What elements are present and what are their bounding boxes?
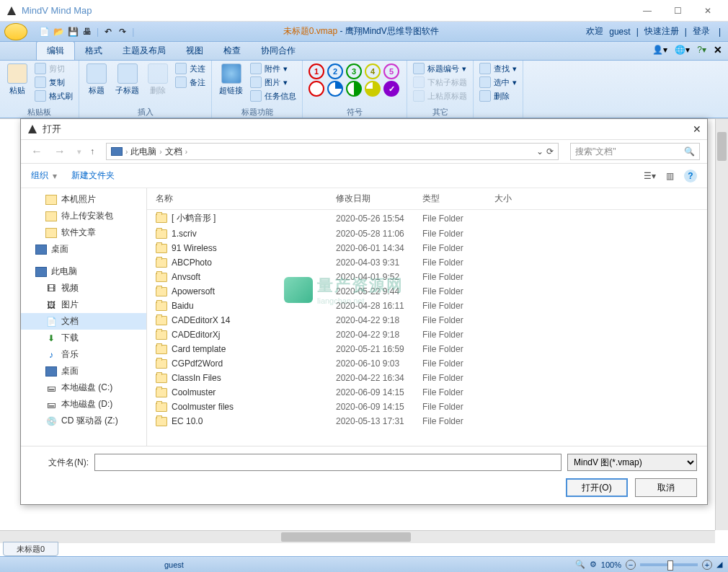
search-icon[interactable]: 🔍 [684, 146, 695, 157]
filename-input[interactable] [94, 454, 561, 471]
redo-icon[interactable]: ↷ [116, 25, 129, 38]
tree-item[interactable]: 🎞视频 [21, 280, 146, 296]
tree-item[interactable]: 🖴本地磁盘 (C:) [21, 379, 146, 396]
app-menu-button[interactable] [4, 23, 27, 40]
delete-button[interactable]: 删除 [145, 62, 171, 97]
register-link[interactable]: 快速注册 [644, 25, 679, 38]
list-item[interactable]: ABCPhoto2020-04-03 9:31File Folder [147, 255, 707, 270]
select-button[interactable]: 选中▾ [478, 76, 518, 89]
format-painter-button[interactable]: 格式刷 [33, 89, 74, 102]
tree-item[interactable]: ♪音乐 [21, 346, 146, 363]
folder-tree[interactable]: 本机照片 待上传安装包 软件文章 桌面 此电脑 🎞视频 🖼图片 📄文档 ⬇下载 … [21, 188, 147, 446]
tab-view[interactable]: 视图 [176, 42, 213, 60]
document-tab[interactable]: 未标题0 [3, 542, 58, 556]
tree-item-documents[interactable]: 📄文档 [21, 313, 146, 330]
globe-dropdown-icon[interactable]: 🌐▾ [675, 45, 690, 55]
tree-item[interactable]: 软件文章 [21, 224, 146, 241]
tree-item[interactable]: 🖼图片 [21, 296, 146, 313]
subtopic-button[interactable]: 子标题 [112, 62, 142, 97]
list-item[interactable]: Coolmuster files2020-06-09 14:15File Fol… [147, 400, 707, 414]
hyperlink-button[interactable]: 超链接 [216, 62, 246, 97]
tab-collab[interactable]: 协同合作 [251, 42, 306, 60]
search-input[interactable]: 搜索"文档" 🔍 [570, 143, 700, 160]
zoom-slider[interactable] [640, 563, 698, 566]
list-item[interactable]: Baidu2020-04-28 16:11File Folder [147, 299, 707, 313]
list-item[interactable]: CADEditorXj2020-04-22 9:18File Folder [147, 327, 707, 342]
list-item[interactable]: Anvsoft2020-04-01 9:52File Folder [147, 270, 707, 284]
image-button[interactable]: 图片▾ [249, 76, 298, 89]
list-item[interactable]: [ 小鹤音形 ]2020-05-26 15:54File Folder [147, 210, 707, 226]
filetype-select[interactable]: MindV 图(*.vmap) [567, 454, 697, 471]
tree-item[interactable]: 桌面 [21, 363, 146, 379]
title-number-button[interactable]: 标题编号▾ [412, 62, 469, 75]
list-item[interactable]: Card template2020-05-21 16:59File Folder [147, 342, 707, 356]
tree-item-this-pc[interactable]: 此电脑 [21, 263, 146, 280]
cut-button[interactable]: 剪切 [33, 62, 74, 75]
nav-back-icon[interactable]: ← [28, 145, 45, 158]
close-ribbon-icon[interactable]: ✕ [714, 44, 722, 56]
copy-button[interactable]: 复制 [33, 76, 74, 89]
user-dropdown-icon[interactable]: 👤▾ [652, 45, 667, 55]
topic-button[interactable]: 标题 [84, 62, 110, 97]
zoom-out-button[interactable]: − [626, 560, 636, 570]
close-button[interactable]: ✕ [693, 1, 722, 21]
login-link[interactable]: 登录 [693, 25, 710, 38]
delete2-button[interactable]: 删除 [478, 89, 518, 102]
dialog-close-button[interactable]: ✕ [693, 123, 701, 135]
paste-link-above-button[interactable]: 上粘原标题 [412, 89, 469, 102]
open-icon[interactable]: 📂 [52, 25, 65, 38]
list-item[interactable]: 1.scriv2020-05-28 11:06File Folder [147, 226, 707, 241]
breadcrumb[interactable]: › 此电脑 › 文档 › ⌄⟳ [106, 143, 559, 160]
minimize-button[interactable]: — [633, 1, 662, 21]
tree-item[interactable]: 本机照片 [21, 191, 146, 208]
file-list[interactable]: 名称 修改日期 类型 大小 [ 小鹤音形 ]2020-05-26 15:54Fi… [147, 188, 707, 446]
tree-item[interactable]: ⬇下载 [21, 330, 146, 346]
view-mode-button[interactable]: ☰▾ [644, 171, 656, 181]
tree-item[interactable]: 待上传安装包 [21, 208, 146, 224]
list-item[interactable]: 91 Wireless2020-06-01 14:34File Folder [147, 241, 707, 255]
list-item[interactable]: CGPdf2Word2020-06-10 9:03File Folder [147, 356, 707, 371]
list-item[interactable]: ClassIn Files2020-04-22 16:34File Folder [147, 371, 707, 385]
open-button[interactable]: 打开(O) [566, 478, 628, 497]
help-dropdown-icon[interactable]: ?▾ [697, 45, 706, 55]
nav-up-icon[interactable]: ↑ [90, 146, 94, 157]
tab-edit[interactable]: 编辑 [36, 41, 75, 60]
refresh-icon[interactable]: ⟳ [546, 146, 554, 157]
organize-menu[interactable]: 组织 [31, 170, 48, 182]
tree-item[interactable]: 桌面 [21, 241, 146, 258]
taskinfo-button[interactable]: 任务信息 [249, 89, 298, 102]
tab-check[interactable]: 检查 [213, 42, 251, 60]
resize-grip-icon[interactable]: ◢ [716, 560, 722, 569]
save-icon[interactable]: 💾 [66, 25, 79, 38]
paste-button[interactable]: 粘贴 [4, 62, 30, 97]
find-button[interactable]: 查找▾ [478, 62, 518, 75]
undo-icon[interactable]: ↶ [102, 25, 115, 38]
paste-link-below-button[interactable]: 下粘子标题 [412, 76, 469, 89]
print-icon[interactable]: 🖶 [81, 25, 94, 38]
nav-forward-icon[interactable]: → [51, 145, 68, 158]
cancel-button[interactable]: 取消 [635, 478, 697, 497]
tree-item[interactable]: 🖴本地磁盘 (D:) [21, 396, 146, 413]
note-button[interactable]: 备注 [174, 76, 207, 89]
status-icon[interactable]: ⚙ [590, 560, 597, 569]
help-icon[interactable]: ? [684, 170, 697, 182]
relation-button[interactable]: 关连 [174, 62, 207, 75]
tab-theme[interactable]: 主题及布局 [112, 42, 176, 60]
attachment-button[interactable]: 附件▾ [249, 62, 298, 75]
new-folder-button[interactable]: 新建文件夹 [71, 170, 115, 182]
list-header[interactable]: 名称 修改日期 类型 大小 [147, 188, 707, 210]
vertical-scrollbar[interactable] [715, 119, 728, 530]
symbol-gallery[interactable]: 1 2 3 4 5 ✓ [307, 62, 402, 98]
list-item[interactable]: Apowersoft2020-05-22 9:44File Folder [147, 284, 707, 299]
status-icon[interactable]: 🔍 [575, 560, 585, 569]
list-item[interactable]: Coolmuster2020-06-09 14:15File Folder [147, 385, 707, 400]
list-item[interactable]: CADEditorX 142020-04-22 9:18File Folder [147, 313, 707, 327]
zoom-in-button[interactable]: + [702, 560, 712, 570]
horizontal-scrollbar[interactable] [0, 530, 715, 543]
list-item[interactable]: EC 10.02020-05-13 17:31File Folder [147, 414, 707, 428]
new-icon[interactable]: 📄 [37, 25, 50, 38]
tab-format[interactable]: 格式 [75, 42, 112, 60]
tree-item[interactable]: 💿CD 驱动器 (Z:) [21, 413, 146, 429]
maximize-button[interactable]: ☐ [663, 1, 692, 21]
preview-pane-button[interactable]: ▥ [666, 171, 674, 181]
